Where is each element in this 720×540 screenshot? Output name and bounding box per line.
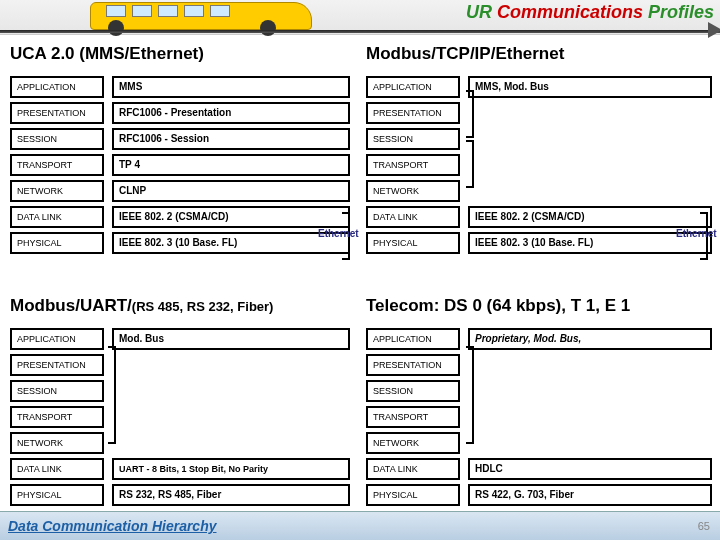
footer-bar: Data Communication Hierarchy 65 bbox=[0, 511, 720, 540]
layer-datalink: DATA LINK bbox=[366, 206, 460, 228]
val-tp4: TP 4 bbox=[112, 154, 350, 176]
layer-transport: TRANSPORT bbox=[366, 406, 460, 428]
headline-suffix: Profiles bbox=[643, 2, 714, 22]
layer-transport: TRANSPORT bbox=[366, 154, 460, 176]
bus-graphic bbox=[60, 0, 330, 30]
bracket-icon bbox=[108, 346, 116, 444]
slide: UR Communications Profiles UCA 2.0 (MMS/… bbox=[0, 0, 720, 540]
layer-network: NETWORK bbox=[366, 180, 460, 202]
layer-network: NETWORK bbox=[366, 432, 460, 454]
stack-title: UCA 2.0 (MMS/Ethernet) bbox=[10, 44, 350, 64]
val-8023: IEEE 802. 3 (10 Base. FL) bbox=[112, 232, 350, 254]
val-rs: RS 232, RS 485, Fiber bbox=[112, 484, 350, 506]
stack-title: Modbus/UART/(RS 485, RS 232, Fiber) bbox=[10, 296, 350, 316]
stack-telecom: Telecom: DS 0 (64 kbps), T 1, E 1 APPLIC… bbox=[366, 292, 712, 506]
val-rs422: RS 422, G. 703, Fiber bbox=[468, 484, 712, 506]
slide-headline: UR Communications Profiles bbox=[466, 2, 714, 23]
layer-physical: PHYSICAL bbox=[10, 484, 104, 506]
layer-network: NETWORK bbox=[10, 180, 104, 202]
layer-physical: PHYSICAL bbox=[10, 232, 104, 254]
layer-presentation: PRESENTATION bbox=[10, 102, 104, 124]
page-number: 65 bbox=[698, 520, 710, 532]
val-proprietary: Proprietary, Mod. Bus, bbox=[468, 328, 712, 350]
layer-application: APPLICATION bbox=[366, 76, 460, 98]
layer-session: SESSION bbox=[10, 380, 104, 402]
val-mms: MMS bbox=[112, 76, 350, 98]
layer-datalink: DATA LINK bbox=[10, 458, 104, 480]
layer-presentation: PRESENTATION bbox=[10, 354, 104, 376]
val-mms-modbus: MMS, Mod. Bus bbox=[468, 76, 712, 98]
layer-physical: PHYSICAL bbox=[366, 484, 460, 506]
stack-uca: UCA 2.0 (MMS/Ethernet) APPLICATIONMMS PR… bbox=[10, 40, 350, 254]
layer-application: APPLICATION bbox=[10, 76, 104, 98]
side-label-ethernet: Ethernet bbox=[676, 228, 717, 239]
layer-datalink: DATA LINK bbox=[366, 458, 460, 480]
footer-title: Data Communication Hierarchy bbox=[8, 518, 217, 534]
layer-presentation: PRESENTATION bbox=[366, 102, 460, 124]
arrow-icon bbox=[708, 22, 720, 38]
layer-transport: TRANSPORT bbox=[10, 406, 104, 428]
bracket-icon bbox=[466, 140, 474, 188]
val-clnp: CLNP bbox=[112, 180, 350, 202]
stack-title-sub: (RS 485, RS 232, Fiber) bbox=[132, 299, 274, 314]
val-rfc-sess: RFC1006 - Session bbox=[112, 128, 350, 150]
val-hdlc: HDLC bbox=[468, 458, 712, 480]
layer-transport: TRANSPORT bbox=[10, 154, 104, 176]
val-8022: IEEE 802. 2 (CSMA/CD) bbox=[112, 206, 350, 228]
val-uart: UART - 8 Bits, 1 Stop Bit, No Parity bbox=[112, 458, 350, 480]
layer-session: SESSION bbox=[366, 128, 460, 150]
bracket-icon bbox=[466, 90, 474, 138]
stack-title-main: Modbus/UART/ bbox=[10, 296, 132, 315]
layer-session: SESSION bbox=[366, 380, 460, 402]
side-label-ethernet: Ethernet bbox=[318, 228, 359, 239]
layer-presentation: PRESENTATION bbox=[366, 354, 460, 376]
layer-application: APPLICATION bbox=[10, 328, 104, 350]
layer-physical: PHYSICAL bbox=[366, 232, 460, 254]
bracket-icon bbox=[466, 346, 474, 444]
header-band: UR Communications Profiles bbox=[0, 0, 720, 35]
layer-network: NETWORK bbox=[10, 432, 104, 454]
val-8022: IEEE 802. 2 (CSMA/CD) bbox=[468, 206, 712, 228]
val-modbus: Mod. Bus bbox=[112, 328, 350, 350]
stack-modbus-uart: Modbus/UART/(RS 485, RS 232, Fiber) APPL… bbox=[10, 292, 350, 506]
layer-datalink: DATA LINK bbox=[10, 206, 104, 228]
layer-application: APPLICATION bbox=[366, 328, 460, 350]
stack-title: Modbus/TCP/IP/Ethernet bbox=[366, 44, 712, 64]
headline-word: Communications bbox=[497, 2, 643, 22]
stack-title: Telecom: DS 0 (64 kbps), T 1, E 1 bbox=[366, 296, 712, 316]
layer-session: SESSION bbox=[10, 128, 104, 150]
stack-modbus-tcp: Modbus/TCP/IP/Ethernet APPLICATIONMMS, M… bbox=[366, 40, 712, 254]
headline-prefix: UR bbox=[466, 2, 497, 22]
val-rfc-pres: RFC1006 - Presentation bbox=[112, 102, 350, 124]
